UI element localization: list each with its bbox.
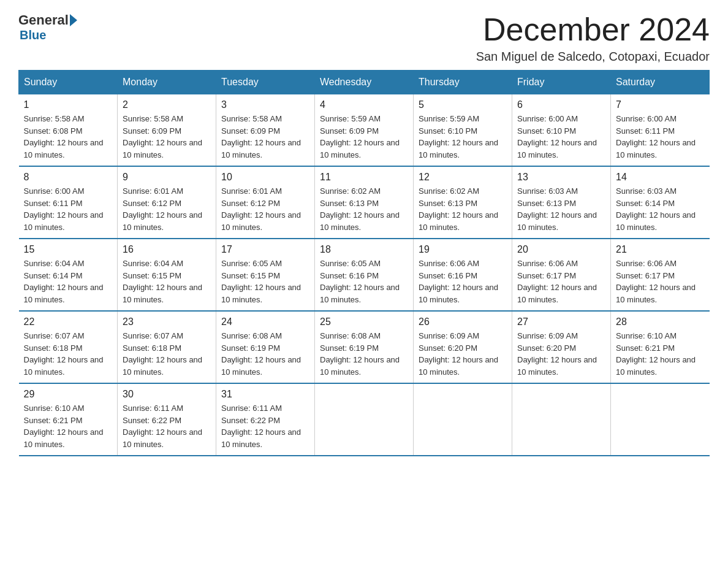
day-info: Sunrise: 6:02 AM Sunset: 6:13 PM Dayligh… bbox=[320, 186, 400, 232]
day-info: Sunrise: 6:05 AM Sunset: 6:16 PM Dayligh… bbox=[320, 259, 400, 304]
day-info: Sunrise: 6:04 AM Sunset: 6:15 PM Dayligh… bbox=[123, 259, 202, 304]
day-info: Sunrise: 6:06 AM Sunset: 6:16 PM Dayligh… bbox=[419, 259, 498, 304]
day-number: 23 bbox=[123, 316, 211, 327]
calendar-cell: 20 Sunrise: 6:06 AM Sunset: 6:17 PM Dayl… bbox=[512, 239, 611, 311]
calendar-cell: 26 Sunrise: 6:09 AM Sunset: 6:20 PM Dayl… bbox=[414, 311, 512, 383]
day-info: Sunrise: 6:04 AM Sunset: 6:14 PM Dayligh… bbox=[24, 259, 104, 304]
calendar-cell: 16 Sunrise: 6:04 AM Sunset: 6:15 PM Dayl… bbox=[118, 239, 216, 311]
day-info: Sunrise: 6:05 AM Sunset: 6:15 PM Dayligh… bbox=[221, 259, 301, 304]
page-header: General Blue December 2024 San Miguel de… bbox=[18, 12, 710, 64]
day-number: 29 bbox=[24, 389, 113, 400]
day-number: 12 bbox=[419, 172, 507, 183]
calendar-table: SundayMondayTuesdayWednesdayThursdayFrid… bbox=[18, 70, 710, 456]
calendar-cell: 18 Sunrise: 6:05 AM Sunset: 6:16 PM Dayl… bbox=[315, 239, 414, 311]
day-info: Sunrise: 6:01 AM Sunset: 6:12 PM Dayligh… bbox=[123, 186, 202, 232]
calendar-cell: 3 Sunrise: 5:58 AM Sunset: 6:09 PM Dayli… bbox=[216, 94, 315, 167]
calendar-cell: 24 Sunrise: 6:08 AM Sunset: 6:19 PM Dayl… bbox=[216, 311, 315, 383]
day-info: Sunrise: 6:03 AM Sunset: 6:13 PM Dayligh… bbox=[517, 186, 597, 232]
weekday-header-sunday: Sunday bbox=[19, 71, 118, 94]
calendar-cell: 12 Sunrise: 6:02 AM Sunset: 6:13 PM Dayl… bbox=[414, 166, 512, 239]
day-info: Sunrise: 5:58 AM Sunset: 6:09 PM Dayligh… bbox=[123, 114, 202, 159]
calendar-cell: 30 Sunrise: 6:11 AM Sunset: 6:22 PM Dayl… bbox=[118, 383, 216, 456]
day-number: 24 bbox=[221, 316, 309, 327]
day-number: 25 bbox=[320, 316, 408, 327]
day-info: Sunrise: 6:08 AM Sunset: 6:19 PM Dayligh… bbox=[221, 331, 301, 377]
calendar-cell: 21 Sunrise: 6:06 AM Sunset: 6:17 PM Dayl… bbox=[611, 239, 710, 311]
day-number: 7 bbox=[616, 99, 705, 110]
day-info: Sunrise: 6:11 AM Sunset: 6:22 PM Dayligh… bbox=[221, 404, 301, 449]
calendar-cell: 10 Sunrise: 6:01 AM Sunset: 6:12 PM Dayl… bbox=[216, 166, 315, 239]
day-number: 4 bbox=[320, 99, 408, 110]
calendar-cell: 19 Sunrise: 6:06 AM Sunset: 6:16 PM Dayl… bbox=[414, 239, 512, 311]
day-info: Sunrise: 5:58 AM Sunset: 6:09 PM Dayligh… bbox=[221, 114, 301, 159]
location-subtitle: San Miguel de Salcedo, Cotopaxi, Ecuador bbox=[476, 50, 710, 64]
calendar-cell: 27 Sunrise: 6:09 AM Sunset: 6:20 PM Dayl… bbox=[512, 311, 611, 383]
calendar-week-row: 29 Sunrise: 6:10 AM Sunset: 6:21 PM Dayl… bbox=[19, 383, 710, 456]
day-number: 27 bbox=[517, 316, 605, 327]
day-number: 22 bbox=[24, 316, 113, 327]
calendar-cell: 28 Sunrise: 6:10 AM Sunset: 6:21 PM Dayl… bbox=[611, 311, 710, 383]
day-info: Sunrise: 6:07 AM Sunset: 6:18 PM Dayligh… bbox=[123, 331, 202, 377]
day-info: Sunrise: 5:58 AM Sunset: 6:08 PM Dayligh… bbox=[24, 114, 104, 159]
day-info: Sunrise: 6:07 AM Sunset: 6:18 PM Dayligh… bbox=[24, 331, 104, 377]
weekday-header-wednesday: Wednesday bbox=[315, 71, 414, 94]
calendar-week-row: 1 Sunrise: 5:58 AM Sunset: 6:08 PM Dayli… bbox=[19, 94, 710, 167]
day-info: Sunrise: 6:10 AM Sunset: 6:21 PM Dayligh… bbox=[616, 331, 696, 377]
day-number: 19 bbox=[419, 244, 507, 255]
calendar-cell: 9 Sunrise: 6:01 AM Sunset: 6:12 PM Dayli… bbox=[118, 166, 216, 239]
logo-general-text: General bbox=[18, 12, 69, 28]
day-number: 17 bbox=[221, 244, 309, 255]
title-section: December 2024 San Miguel de Salcedo, Cot… bbox=[476, 12, 710, 64]
day-number: 16 bbox=[123, 244, 211, 255]
day-number: 13 bbox=[517, 172, 605, 183]
day-number: 20 bbox=[517, 244, 605, 255]
calendar-cell bbox=[611, 383, 710, 456]
month-title: December 2024 bbox=[476, 12, 710, 47]
day-number: 14 bbox=[616, 172, 705, 183]
day-info: Sunrise: 5:59 AM Sunset: 6:09 PM Dayligh… bbox=[320, 114, 400, 159]
day-number: 31 bbox=[221, 389, 309, 400]
day-number: 11 bbox=[320, 172, 408, 183]
day-number: 1 bbox=[24, 99, 113, 110]
calendar-cell: 4 Sunrise: 5:59 AM Sunset: 6:09 PM Dayli… bbox=[315, 94, 414, 167]
day-info: Sunrise: 6:08 AM Sunset: 6:19 PM Dayligh… bbox=[320, 331, 400, 377]
day-number: 3 bbox=[221, 99, 309, 110]
calendar-cell: 15 Sunrise: 6:04 AM Sunset: 6:14 PM Dayl… bbox=[19, 239, 118, 311]
day-info: Sunrise: 6:01 AM Sunset: 6:12 PM Dayligh… bbox=[221, 186, 301, 232]
day-number: 2 bbox=[123, 99, 211, 110]
logo: General Blue bbox=[18, 12, 78, 42]
day-number: 26 bbox=[419, 316, 507, 327]
day-info: Sunrise: 6:09 AM Sunset: 6:20 PM Dayligh… bbox=[419, 331, 498, 377]
day-number: 15 bbox=[24, 244, 113, 255]
day-info: Sunrise: 6:03 AM Sunset: 6:14 PM Dayligh… bbox=[616, 186, 696, 232]
calendar-week-row: 15 Sunrise: 6:04 AM Sunset: 6:14 PM Dayl… bbox=[19, 239, 710, 311]
day-number: 21 bbox=[616, 244, 705, 255]
day-info: Sunrise: 6:00 AM Sunset: 6:10 PM Dayligh… bbox=[517, 114, 597, 159]
calendar-cell: 14 Sunrise: 6:03 AM Sunset: 6:14 PM Dayl… bbox=[611, 166, 710, 239]
day-number: 5 bbox=[419, 99, 507, 110]
weekday-header-tuesday: Tuesday bbox=[216, 71, 315, 94]
weekday-header-monday: Monday bbox=[118, 71, 216, 94]
day-number: 6 bbox=[517, 99, 605, 110]
calendar-cell: 2 Sunrise: 5:58 AM Sunset: 6:09 PM Dayli… bbox=[118, 94, 216, 167]
day-number: 30 bbox=[123, 389, 211, 400]
logo-arrow-icon bbox=[70, 14, 77, 26]
logo-blue-text: Blue bbox=[20, 28, 46, 42]
calendar-cell: 23 Sunrise: 6:07 AM Sunset: 6:18 PM Dayl… bbox=[118, 311, 216, 383]
calendar-cell: 7 Sunrise: 6:00 AM Sunset: 6:11 PM Dayli… bbox=[611, 94, 710, 167]
calendar-cell: 13 Sunrise: 6:03 AM Sunset: 6:13 PM Dayl… bbox=[512, 166, 611, 239]
weekday-header-friday: Friday bbox=[512, 71, 611, 94]
day-info: Sunrise: 6:10 AM Sunset: 6:21 PM Dayligh… bbox=[24, 404, 104, 449]
calendar-cell bbox=[414, 383, 512, 456]
day-number: 9 bbox=[123, 172, 211, 183]
calendar-cell: 22 Sunrise: 6:07 AM Sunset: 6:18 PM Dayl… bbox=[19, 311, 118, 383]
calendar-week-row: 8 Sunrise: 6:00 AM Sunset: 6:11 PM Dayli… bbox=[19, 166, 710, 239]
day-number: 18 bbox=[320, 244, 408, 255]
day-number: 8 bbox=[24, 172, 113, 183]
calendar-cell: 17 Sunrise: 6:05 AM Sunset: 6:15 PM Dayl… bbox=[216, 239, 315, 311]
calendar-cell: 11 Sunrise: 6:02 AM Sunset: 6:13 PM Dayl… bbox=[315, 166, 414, 239]
day-info: Sunrise: 6:00 AM Sunset: 6:11 PM Dayligh… bbox=[24, 186, 104, 232]
day-info: Sunrise: 5:59 AM Sunset: 6:10 PM Dayligh… bbox=[419, 114, 498, 159]
calendar-cell bbox=[512, 383, 611, 456]
weekday-header-saturday: Saturday bbox=[611, 71, 710, 94]
